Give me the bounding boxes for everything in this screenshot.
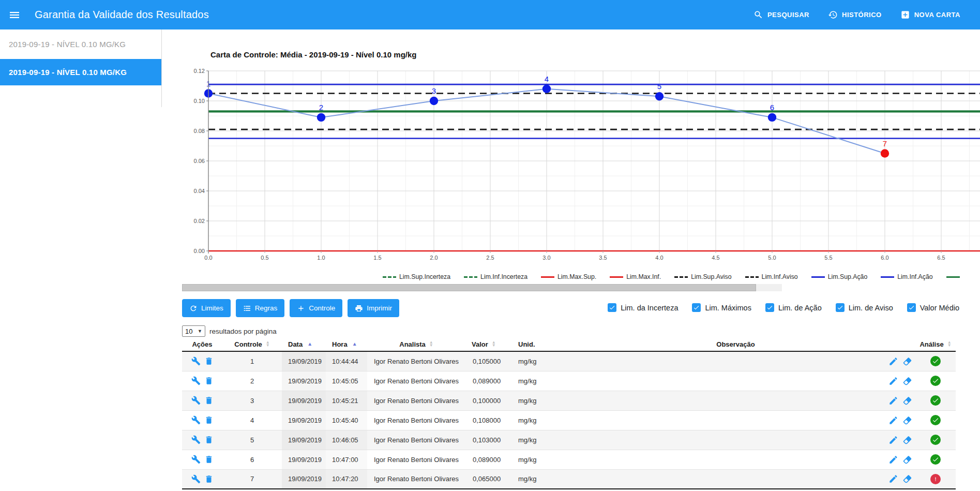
- delete-control-trash-icon[interactable]: [204, 415, 214, 425]
- data-point-7[interactable]: [881, 149, 889, 157]
- cell-data: 19/09/2019: [282, 391, 326, 410]
- clear-observation-eraser-icon[interactable]: [902, 396, 912, 406]
- imprimir-button[interactable]: Imprimir: [348, 299, 399, 317]
- cell-observacao: [556, 474, 915, 484]
- edit-observation-pencil-icon[interactable]: [888, 474, 898, 484]
- chart-scrollbar-thumb[interactable]: [182, 284, 756, 291]
- table-row-3: 319/09/201910:45:21Igor Renato Bertoni O…: [182, 391, 956, 410]
- edit-control-wrench-icon[interactable]: [191, 474, 201, 484]
- checkbox-checked[interactable]: [836, 303, 845, 312]
- analysis-ok-check-icon[interactable]: [930, 415, 941, 425]
- data-point-4[interactable]: [542, 85, 551, 93]
- column-header-observa-o: Observação: [556, 337, 915, 351]
- data-point-2[interactable]: [317, 113, 325, 122]
- edit-observation-pencil-icon[interactable]: [888, 415, 898, 425]
- controle-button[interactable]: Controle: [290, 299, 342, 317]
- cell-controle: 6: [222, 450, 282, 469]
- edit-observation-pencil-icon[interactable]: [888, 356, 898, 366]
- toggle-lim-de-aviso[interactable]: Lim. de Aviso: [836, 303, 893, 312]
- cell-hora: 10:47:20: [326, 469, 367, 489]
- cell-valor: 0,089000: [465, 371, 512, 391]
- x-tick-label: 0.0: [204, 255, 212, 261]
- header-action-nova-carta[interactable]: NOVA CARTA: [900, 10, 960, 20]
- sidebar-item-chart-1[interactable]: 2019-09-19 - NÍVEL 0.10 MG/KG: [0, 29, 161, 59]
- row-actions: [182, 455, 222, 464]
- circular-arrow-icon: [189, 304, 198, 313]
- menu-icon[interactable]: [8, 9, 21, 21]
- edit-control-wrench-icon[interactable]: [191, 455, 201, 464]
- edit-control-wrench-icon[interactable]: [191, 376, 201, 385]
- page-size-select[interactable]: 10 ▼: [182, 325, 205, 337]
- analysis-ok-check-icon[interactable]: [930, 356, 941, 366]
- column-header-data[interactable]: Data▲: [282, 337, 326, 351]
- cell-hora: 10:45:21: [326, 391, 367, 410]
- clear-observation-eraser-icon[interactable]: [902, 474, 912, 484]
- eraser-icon: [902, 435, 912, 445]
- edit-control-wrench-icon[interactable]: [191, 435, 201, 444]
- header-action-histórico[interactable]: HISTÓRICO: [828, 10, 882, 20]
- column-header-valor[interactable]: Valor▲▼: [465, 337, 512, 351]
- cell-data: 19/09/2019: [282, 450, 326, 469]
- sidebar-item-chart-2[interactable]: 2019-09-19 - NÍVEL 0.10 MG/KG: [0, 59, 161, 85]
- clear-observation-eraser-icon[interactable]: [902, 356, 912, 366]
- analysis-ok-check-icon[interactable]: [930, 376, 941, 386]
- column-header-an-lise[interactable]: Análise▲▼: [915, 337, 956, 351]
- column-header-unid-: Unid.: [512, 337, 556, 351]
- header-action-pesquisar[interactable]: PESQUISAR: [753, 10, 809, 20]
- toggle-lim-da-incerteza[interactable]: Lim. da Incerteza: [608, 303, 678, 312]
- eraser-icon: [902, 455, 912, 465]
- column-header-analista[interactable]: Analista▲▼: [367, 337, 465, 351]
- delete-control-trash-icon[interactable]: [204, 356, 214, 366]
- toggle-lim-de-a-o[interactable]: Lim. de Ação: [765, 303, 822, 312]
- edit-observation-pencil-icon[interactable]: [888, 376, 898, 386]
- cell-observacao: [556, 356, 915, 366]
- row-actions: [182, 474, 222, 484]
- clear-observation-eraser-icon[interactable]: [902, 415, 912, 425]
- clear-observation-eraser-icon[interactable]: [902, 376, 912, 386]
- toggle-lim-m-ximos[interactable]: Lim. Máximos: [692, 303, 751, 312]
- data-point-3[interactable]: [430, 97, 438, 105]
- analysis-ok-check-icon[interactable]: [930, 435, 941, 445]
- delete-control-trash-icon[interactable]: [204, 376, 214, 385]
- analysis-ok-check-icon[interactable]: [930, 454, 941, 465]
- column-header-controle[interactable]: Controle▲▼: [222, 337, 282, 351]
- checkbox-checked[interactable]: [907, 303, 916, 312]
- edit-control-wrench-icon[interactable]: [191, 356, 201, 366]
- delete-control-trash-icon[interactable]: [204, 435, 214, 444]
- analysis-alert-exclamation-icon[interactable]: [930, 474, 941, 484]
- control-chart: 12345670.000.020.040.060.080.100.120.00.…: [184, 41, 980, 265]
- checkbox-checked[interactable]: [765, 303, 774, 312]
- edit-control-wrench-icon[interactable]: [191, 415, 201, 425]
- x-tick-label: 6.5: [937, 255, 945, 261]
- x-tick-label: 4.5: [712, 255, 719, 261]
- edit-observation-pencil-icon[interactable]: [888, 455, 898, 465]
- table-body: 119/09/201910:44:44Igor Renato Bertoni O…: [182, 351, 956, 489]
- limites-button[interactable]: Limites: [182, 299, 231, 317]
- legend-swatch: [464, 276, 477, 278]
- data-point-6[interactable]: [768, 113, 776, 122]
- edit-observation-pencil-icon[interactable]: [888, 396, 898, 406]
- y-tick-label: 0.02: [194, 218, 205, 224]
- column-label: Valor: [472, 340, 488, 348]
- toggle-valor-m-dio[interactable]: Valor Médio: [907, 303, 959, 312]
- data-point-5[interactable]: [655, 92, 664, 100]
- button-label: Imprimir: [367, 304, 392, 312]
- clear-observation-eraser-icon[interactable]: [902, 455, 912, 465]
- analysis-ok-check-icon[interactable]: [930, 395, 941, 406]
- edit-observation-pencil-icon[interactable]: [888, 435, 898, 445]
- legend-label: Lim.Inf.Ação: [897, 273, 932, 280]
- delete-control-trash-icon[interactable]: [204, 455, 214, 464]
- chart-scrollbar-track[interactable]: [182, 284, 782, 291]
- cell-analista: Igor Renato Bertoni Olivares: [367, 430, 465, 450]
- regras-button[interactable]: Regras: [236, 299, 285, 317]
- x-tick-label: 1.0: [317, 255, 325, 261]
- checkbox-checked[interactable]: [692, 303, 701, 312]
- sort-asc-icon: ▲: [352, 341, 357, 347]
- checkbox-checked[interactable]: [608, 303, 616, 312]
- check-icon: [908, 304, 915, 311]
- column-header-hora[interactable]: Hora▲: [326, 337, 367, 351]
- delete-control-trash-icon[interactable]: [204, 396, 214, 405]
- edit-control-wrench-icon[interactable]: [191, 396, 201, 405]
- clear-observation-eraser-icon[interactable]: [902, 435, 912, 445]
- delete-control-trash-icon[interactable]: [204, 474, 214, 484]
